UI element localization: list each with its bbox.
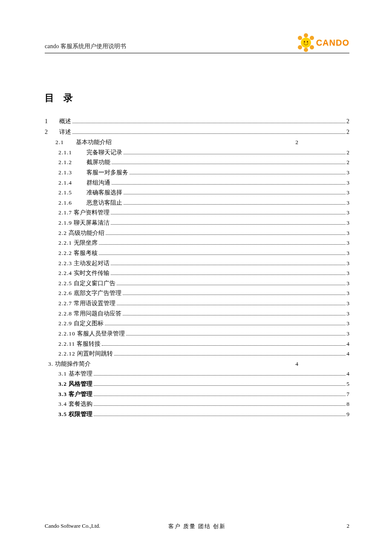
toc-leader	[124, 194, 346, 194]
toc-leader	[99, 244, 346, 245]
toc-label: 权限管理	[67, 409, 92, 419]
toc-entry[interactable]: 3.5 权限管理 9	[45, 409, 349, 419]
toc-leader	[123, 295, 346, 295]
toc-num: 2.2.10	[58, 329, 75, 339]
toc-entry[interactable]: 2.2.3 主动发起对话 3	[45, 258, 349, 269]
toc-num: 2.1.6	[58, 198, 85, 208]
toc-entry[interactable]: 2.2.7 常用语设置管理 3	[45, 298, 349, 309]
toc-entry[interactable]: 3.1 基本管理 4	[45, 369, 349, 379]
toc-label: 风格管理	[67, 379, 92, 389]
toc-num: 2.1.9	[58, 218, 72, 228]
toc-entry[interactable]: 2.1.9 聊天屏幕清洁 3	[45, 218, 349, 228]
toc-page: 3	[346, 248, 349, 258]
toc-entry[interactable]: 2.1.4 群组沟通 3	[45, 178, 349, 188]
toc-entry[interactable]: 2.2.12 闲置时间跳转 4	[45, 349, 349, 359]
toc-num: 3.3	[58, 389, 67, 399]
toc-entry[interactable]: 2.2.10 客服人员登录管理 3	[45, 329, 349, 339]
toc-page: 3	[346, 329, 349, 339]
toc-leader	[111, 214, 346, 214]
toc-entry[interactable]: 2.1.5 准确客服选择 3	[45, 188, 349, 198]
toc-leader	[99, 254, 346, 255]
toc-num: 2.2.3	[58, 258, 72, 269]
toc-entry[interactable]: 2 详述 2	[45, 127, 349, 138]
toc-entry[interactable]: 2.2.5 自定义窗口广告 3	[45, 278, 349, 289]
toc-leader	[94, 385, 346, 386]
toc-leader	[112, 184, 346, 185]
toc-entry[interactable]: 3.3 客户管理 7	[45, 389, 349, 399]
toc-label: 准确客服选择	[85, 188, 122, 198]
toc-page: 3	[346, 268, 349, 278]
toc-label: 自定义窗口广告	[72, 278, 115, 289]
toc-page: 4	[346, 349, 349, 359]
toc-entry[interactable]: 2.2.1 无限坐席 3	[45, 238, 349, 248]
toc-entry[interactable]: 2.1 基本功能介绍 2	[45, 137, 349, 147]
toc-entry[interactable]: 2.2.6 底部文字广告管理 3	[45, 288, 349, 298]
toc-heading: 目 录	[45, 92, 349, 104]
toc-entry[interactable]: 2.1.7 客户资料管理 3	[45, 208, 349, 218]
toc-leader	[111, 275, 346, 275]
toc-page: 2	[346, 157, 349, 168]
toc-label: 基本管理	[67, 369, 92, 379]
toc-page: 2	[346, 147, 349, 158]
toc-leader	[126, 335, 346, 335]
toc-page: 3	[346, 198, 349, 208]
toc-entry[interactable]: 2.2.8 常用问题自动应答 3	[45, 309, 349, 319]
toc-label: 套餐选购	[67, 399, 92, 409]
toc-page: 3	[346, 278, 349, 289]
toc-entry[interactable]: 2.1.3 客服一对多服务 3	[45, 168, 349, 178]
toc-label: 客户资料管理	[72, 208, 110, 218]
toc-num: 2.2.4	[58, 268, 72, 278]
toc-page: 2	[346, 116, 349, 127]
toc-num: 2	[45, 127, 58, 138]
toc-leader	[94, 396, 346, 396]
toc-label: 底部文字广告管理	[72, 288, 121, 298]
document-page: cando 客服系统用户使用说明书 CANDO 目 录 1 概述 2 2 详述 …	[0, 0, 392, 445]
toc-entry[interactable]: 2.1.1 完备聊天记录 2	[45, 147, 349, 158]
toc-page: 3	[346, 178, 349, 188]
toc-num: 2.2.5	[58, 278, 72, 289]
toc-entry[interactable]: 3.4 套餐选购 8	[45, 399, 349, 409]
toc-entry[interactable]: 3. 功能操作简介 4	[45, 359, 349, 369]
header-title: cando 客服系统用户使用说明书	[45, 43, 126, 51]
table-of-contents: 1 概述 2 2 详述 2 2.1 基本功能介绍 2 2.1.1 完备聊天记录 …	[45, 116, 349, 419]
toc-page: 2	[295, 137, 298, 147]
toc-entry[interactable]: 2.2 高级功能介绍 3	[45, 228, 349, 238]
toc-page: 7	[346, 389, 349, 399]
toc-entry[interactable]: 2.1.6 恶意访客阻止 3	[45, 198, 349, 208]
toc-num: 2.1.4	[58, 178, 85, 188]
toc-entry[interactable]: 2.2.2 客服考核 3	[45, 248, 349, 258]
toc-label: 常用问题自动应答	[72, 309, 121, 319]
toc-entry[interactable]: 2.2.4 实时文件传输 3	[45, 268, 349, 278]
toc-label: 群组沟通	[85, 178, 110, 188]
toc-label: 自定义图标	[72, 318, 104, 329]
toc-num: 1	[45, 116, 58, 127]
toc-entry[interactable]: 3.2 风格管理 5	[45, 379, 349, 389]
toc-leader	[130, 174, 346, 174]
toc-num: 2.1.2	[58, 157, 85, 168]
page-header: cando 客服系统用户使用说明书 CANDO	[45, 34, 349, 53]
toc-num: 3.4	[58, 399, 67, 409]
toc-num: 2.1.7	[58, 208, 72, 218]
toc-num: 2.1	[55, 137, 74, 147]
toc-label: 客服一对多服务	[85, 168, 128, 178]
toc-label: 客服考核	[72, 248, 98, 258]
toc-num: 2.1.3	[58, 168, 85, 178]
toc-entry[interactable]: 1 概述 2	[45, 116, 349, 127]
toc-entry[interactable]: 2.2.11 客服转接 4	[45, 339, 349, 349]
toc-label: 聊天屏幕清洁	[72, 218, 110, 228]
toc-page: 3	[346, 298, 349, 309]
toc-entry[interactable]: 2.2.9 自定义图标 3	[45, 318, 349, 329]
toc-leader	[106, 234, 346, 235]
toc-leader	[102, 345, 346, 346]
toc-page: 9	[346, 409, 349, 419]
toc-entry[interactable]: 2.1.2 截屏功能 2	[45, 157, 349, 168]
toc-leader	[111, 265, 346, 265]
toc-page: 3	[346, 318, 349, 329]
toc-num: 2.2.12	[58, 349, 75, 359]
toc-leader	[72, 133, 346, 134]
toc-leader	[114, 355, 346, 356]
toc-label: 基本功能介绍	[74, 137, 112, 147]
toc-label: 客服转接	[75, 339, 101, 349]
toc-leader	[92, 360, 294, 366]
toc-page: 3	[346, 309, 349, 319]
